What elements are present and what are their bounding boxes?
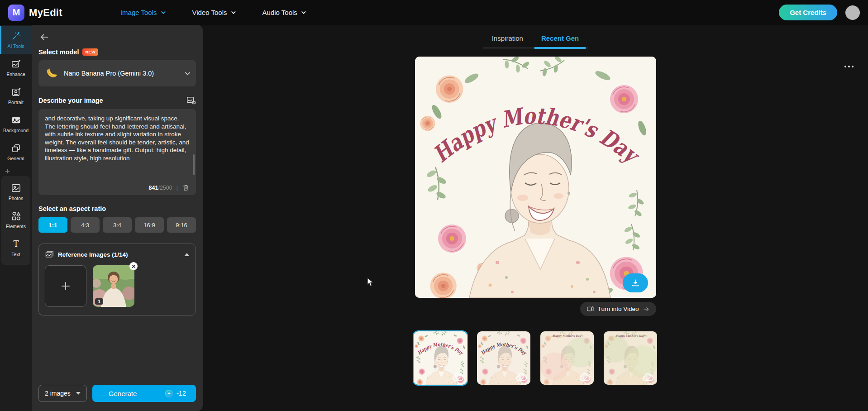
cloud-saved-icon (452, 373, 464, 382)
background-icon (11, 115, 21, 125)
model-name: Nano Banana Pro (Gemini 3.0) (64, 70, 154, 77)
arrow-right-icon (643, 306, 650, 313)
generation-results: Happy Mother's Day Happy Mother's Day (413, 330, 658, 386)
reference-images-title: Reference Images (1/14) (58, 251, 128, 258)
svg-text:T: T (13, 239, 19, 249)
chevron-down-icon (76, 392, 81, 395)
credit-coin-icon (165, 389, 173, 398)
remove-reference-button[interactable] (129, 262, 138, 270)
ratio-16-9-button[interactable]: 16:9 (135, 217, 164, 233)
turn-into-video-button[interactable]: Turn into Video (580, 302, 656, 316)
generate-label: Generate (109, 390, 137, 397)
top-navbar: M MyEdit Image Tools Video Tools Audio T… (0, 0, 868, 25)
portrait-icon (11, 87, 21, 97)
rail-item-text[interactable]: T Text (1, 234, 30, 262)
rail-label: Enhance (6, 72, 25, 77)
cloud-saved-icon (642, 373, 654, 382)
workspace-tabs: Inspiration Recent Gen (483, 28, 588, 48)
rail-label: Background (3, 128, 29, 133)
nav-image-tools[interactable]: Image Tools (120, 9, 164, 16)
download-button[interactable] (623, 273, 648, 292)
char-count: 841 (149, 185, 158, 191)
prompt-image-settings-icon[interactable] (186, 96, 196, 105)
nav-video-tools[interactable]: Video Tools (192, 9, 234, 16)
chevron-down-icon (231, 10, 236, 14)
result-thumbnail-1[interactable]: Happy Mother's Day (413, 330, 468, 386)
download-icon (630, 278, 640, 288)
image-count-label: 2 images (45, 390, 71, 397)
image-count-select[interactable]: 2 images (38, 385, 87, 402)
rail-label: Text (11, 252, 20, 257)
select-model-label: Select model (38, 48, 79, 56)
rail-item-photos[interactable]: Photos (1, 178, 30, 206)
mothers-day-artwork: Happy Mother's Day (415, 57, 656, 298)
add-reference-image-button[interactable] (45, 265, 86, 307)
collapse-section-icon[interactable] (184, 253, 190, 256)
prompt-editor: and decorative, taking up significant vi… (38, 109, 196, 195)
video-icon (587, 305, 594, 313)
get-credits-button[interactable]: Get Credits (779, 5, 837, 20)
rail-item-ai-tools[interactable]: AI Tools (0, 26, 32, 54)
close-icon (132, 264, 136, 268)
aspect-ratio-label: Select an aspect ratio (38, 205, 196, 212)
rail-item-background[interactable]: Background (0, 110, 32, 138)
credit-cost-value: -12 (176, 390, 186, 397)
nav-audio-tools-label: Audio Tools (262, 9, 297, 16)
chevron-down-icon (301, 10, 306, 14)
generate-button[interactable]: Generate -12 (92, 385, 196, 402)
rail-item-elements[interactable]: Elements (1, 206, 30, 234)
tool-rail: AI Tools Enhance Portrait Background (0, 25, 32, 411)
thumbnail-title: Happy Mother's Day (553, 334, 582, 338)
nav-image-tools-label: Image Tools (120, 9, 157, 16)
prompt-scrollbar[interactable] (193, 154, 195, 175)
tab-recent-gen[interactable]: Recent Gen (532, 28, 588, 48)
myedit-logo-icon[interactable]: M (8, 5, 24, 21)
rail-item-enhance[interactable]: Enhance (0, 54, 32, 82)
new-badge: NEW (82, 48, 98, 56)
rail-item-general[interactable]: General (0, 138, 32, 166)
more-options-icon[interactable] (843, 64, 855, 69)
reference-order-badge: 1 (95, 298, 103, 305)
ratio-4-3-button[interactable]: 4:3 (71, 217, 100, 233)
ratio-3-4-button[interactable]: 3:4 (103, 217, 132, 233)
generation-panel: Select model NEW Nano Banana Pro (Gemini… (32, 25, 203, 411)
ratio-9-16-button[interactable]: 9:16 (167, 217, 196, 233)
chevron-down-icon (185, 70, 190, 75)
nav-audio-tools[interactable]: Audio Tools (262, 9, 305, 16)
brand-name: MyEdit (29, 7, 62, 19)
reference-image-icon (45, 250, 54, 259)
photos-icon (11, 183, 21, 193)
aspect-ratio-group: 1:1 4:3 3:4 16:9 9:16 (38, 217, 196, 233)
thumbnail-title: Happy Mother's Day (616, 334, 645, 338)
generated-image[interactable]: Happy Mother's Day (415, 57, 656, 298)
char-counter: 841/2500 (149, 185, 172, 191)
rail-label: Photos (9, 196, 24, 201)
model-select[interactable]: Nano Banana Pro (Gemini 3.0) (38, 60, 196, 86)
reference-image-thumbnail[interactable]: 1 (93, 265, 134, 307)
rail-label: Elements (6, 224, 26, 229)
nav-video-tools-label: Video Tools (192, 9, 227, 16)
rail-label: AI Tools (7, 43, 24, 49)
result-thumbnail-4[interactable]: Happy Mother's Day (603, 330, 658, 386)
trash-icon[interactable] (182, 184, 190, 191)
main-nav: Image Tools Video Tools Audio Tools (120, 9, 305, 16)
tab-inspiration[interactable]: Inspiration (483, 28, 532, 48)
rail-item-portrait[interactable]: Portrait (0, 82, 32, 110)
back-button[interactable] (38, 31, 50, 43)
result-thumbnail-2[interactable]: Happy Mother's Day (476, 330, 531, 386)
credit-cost: -12 (165, 389, 186, 398)
banana-icon (46, 67, 57, 79)
text-icon: T (11, 239, 21, 249)
turn-into-video-label: Turn into Video (598, 306, 639, 312)
plus-icon (60, 280, 72, 292)
plus-icon (5, 169, 10, 174)
rail-secondary-group: Photos Elements T Text (1, 176, 30, 265)
chevron-down-icon (161, 10, 165, 14)
back-arrow-icon (39, 32, 50, 43)
result-thumbnail-3[interactable]: Happy Mother's Day (539, 330, 595, 386)
rail-label: Portrait (8, 100, 24, 105)
prompt-textarea[interactable]: and decorative, taking up significant vi… (45, 115, 190, 182)
cloud-saved-icon (579, 373, 591, 382)
ratio-1-1-button[interactable]: 1:1 (38, 217, 67, 233)
user-avatar[interactable] (845, 5, 860, 20)
